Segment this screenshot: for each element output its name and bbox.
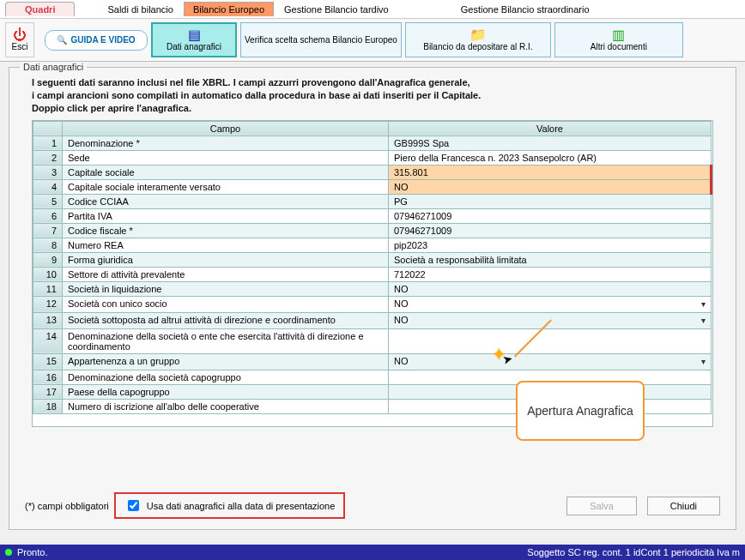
folder-icon: 📁 (469, 28, 487, 42)
magnifier-icon: 🔍 (57, 35, 67, 45)
campo-cell[interactable]: Numero di iscrizione all'albo delle coop… (63, 399, 389, 413)
altri-button[interactable]: ▥ Altri documenti (554, 22, 683, 57)
callout-box: Apertura Anagrafica (516, 381, 645, 441)
esci-label: Esci (12, 42, 28, 51)
row-number: 4 (33, 179, 63, 194)
esci-button[interactable]: ⏻ Esci (5, 22, 34, 57)
campo-cell[interactable]: Forma giuridica (63, 252, 389, 267)
campo-cell[interactable]: Capitale sociale (63, 165, 389, 179)
status-bar: Pronto. Soggetto SC reg. cont. 1 idCont … (0, 545, 745, 560)
chevron-down-icon[interactable]: ▾ (701, 298, 706, 310)
campo-cell[interactable]: Denominazione * (63, 135, 389, 150)
campo-cell[interactable]: Paese della capogruppo (63, 384, 389, 399)
tab-tardivo[interactable]: Gestione Bilancio tardivo (276, 3, 397, 16)
callout-text: Apertura Anagrafica (527, 404, 633, 418)
campo-cell[interactable]: Appartenenza a un gruppo (63, 353, 389, 370)
row-number: 2 (33, 150, 63, 165)
valore-cell[interactable]: 07946271009 (389, 223, 712, 238)
campo-cell[interactable]: Denominazione della società o ente che e… (63, 328, 389, 353)
campo-cell[interactable]: Partita IVA (63, 208, 389, 223)
valore-cell[interactable] (389, 328, 712, 353)
tab-straordinario[interactable]: Gestione Bilancio straordinario (452, 3, 598, 16)
panel-title: Dati anagrafici (20, 62, 87, 72)
campo-cell[interactable]: Società in liquidazione (63, 281, 389, 296)
document-icon: ▤ (188, 28, 201, 42)
valore-cell[interactable]: PG (389, 194, 712, 208)
deposito-label: Bilancio da depositare al R.I. (423, 42, 532, 51)
row-number: 18 (33, 399, 63, 413)
chevron-down-icon[interactable]: ▾ (701, 356, 706, 368)
row-number: 13 (33, 312, 63, 328)
intro-line-1: I seguenti dati saranno inclusi nel file… (32, 76, 713, 89)
valore-cell[interactable]: NO▾ (389, 296, 712, 312)
close-button[interactable]: Chiudi (647, 497, 720, 515)
dati-anagrafici-panel: Dati anagrafici I seguenti dati saranno … (9, 67, 736, 530)
tab-saldi[interactable]: Saldi di bilancio (99, 3, 181, 16)
col-valore: Valore (389, 121, 712, 135)
chevron-down-icon[interactable]: ▾ (701, 315, 706, 327)
use-data-checkbox[interactable] (128, 500, 139, 511)
status-dot-icon (5, 549, 12, 556)
bottom-row: (*) campi obbligatori Usa dati anagrafic… (25, 492, 720, 519)
campo-cell[interactable]: Codice CCIAA (63, 194, 389, 208)
intro-text: I seguenti dati saranno inclusi nel file… (32, 76, 713, 115)
intro-line-2: i campi arancioni sono compilati in auto… (32, 89, 713, 102)
campo-cell[interactable]: Numero REA (63, 238, 389, 252)
intro-line-3: Doppio click per aprire l'anagrafica. (32, 102, 713, 115)
row-number: 9 (33, 252, 63, 267)
guide-label: GUIDA E VIDEO (70, 35, 135, 45)
campo-cell[interactable]: Codice fiscale * (63, 223, 389, 238)
status-left-text: Pronto. (17, 547, 47, 557)
campo-cell[interactable]: Denominazione della società capogruppo (63, 370, 389, 384)
row-number: 10 (33, 267, 63, 281)
col-campo: Campo (63, 121, 389, 135)
guide-button[interactable]: 🔍 GUIDA E VIDEO (45, 30, 148, 51)
valore-cell[interactable]: Piero della Francesca n. 2023 Sansepolcr… (389, 150, 712, 165)
toolbar: ⏻ Esci 🔍 GUIDA E VIDEO ▤ Dati anagrafici… (0, 19, 745, 62)
checkbox-highlight: Usa dati anagrafici alla data di present… (114, 492, 346, 519)
row-number: 6 (33, 208, 63, 223)
valore-cell[interactable]: NO (389, 179, 712, 194)
status-right-text: Soggetto SC reg. cont. 1 idCont 1 period… (527, 547, 740, 557)
valore-cell[interactable]: NO (389, 281, 712, 296)
power-icon: ⏻ (13, 28, 27, 42)
top-tabs: Quadri Saldi di bilancio Bilancio Europe… (0, 0, 745, 19)
row-number: 15 (33, 353, 63, 370)
campo-cell[interactable]: Sede (63, 150, 389, 165)
campo-cell[interactable]: Società con unico socio (63, 296, 389, 312)
valore-cell[interactable]: GB999S Spa (389, 135, 712, 150)
valore-cell[interactable]: 07946271009 (389, 208, 712, 223)
row-number: 17 (33, 384, 63, 399)
row-number: 8 (33, 238, 63, 252)
row-number: 12 (33, 296, 63, 312)
valore-cell[interactable]: 315.801 (389, 165, 712, 179)
dati-anagrafici-label: Dati anagrafici (167, 42, 221, 51)
tab-bilancio-europeo[interactable]: Bilancio Europeo (184, 2, 274, 16)
save-button[interactable]: Salva (566, 497, 637, 515)
document-green-icon: ▥ (612, 28, 625, 42)
deposito-button[interactable]: 📁 Bilancio da depositare al R.I. (405, 22, 551, 57)
use-data-checkbox-label[interactable]: Usa dati anagrafici alla data di present… (147, 501, 336, 511)
valore-cell[interactable]: pip2023 (389, 238, 712, 252)
col-rownum (33, 121, 63, 135)
row-number: 14 (33, 328, 63, 353)
row-number: 7 (33, 223, 63, 238)
altri-label: Altri documenti (591, 42, 647, 51)
verifica-label: Verifica scelta schema Bilancio Europeo (245, 35, 397, 45)
campo-cell[interactable]: Società sottoposta ad altrui attività di… (63, 312, 389, 328)
campo-cell[interactable]: Capitale sociale interamente versato (63, 179, 389, 194)
verifica-button[interactable]: Verifica scelta schema Bilancio Europeo (240, 22, 402, 57)
obbligatori-label: (*) campi obbligatori (25, 501, 109, 511)
valore-cell[interactable]: NO▾ (389, 353, 712, 370)
row-number: 11 (33, 281, 63, 296)
row-number: 16 (33, 370, 63, 384)
tab-quadri[interactable]: Quadri (5, 2, 75, 16)
row-number: 3 (33, 165, 63, 179)
row-number: 5 (33, 194, 63, 208)
valore-cell[interactable]: 712022 (389, 267, 712, 281)
dati-anagrafici-button[interactable]: ▤ Dati anagrafici (151, 22, 237, 57)
valore-cell[interactable]: Società a responsabilità limitata (389, 252, 712, 267)
row-number: 1 (33, 135, 63, 150)
campo-cell[interactable]: Settore di attività prevalente (63, 267, 389, 281)
